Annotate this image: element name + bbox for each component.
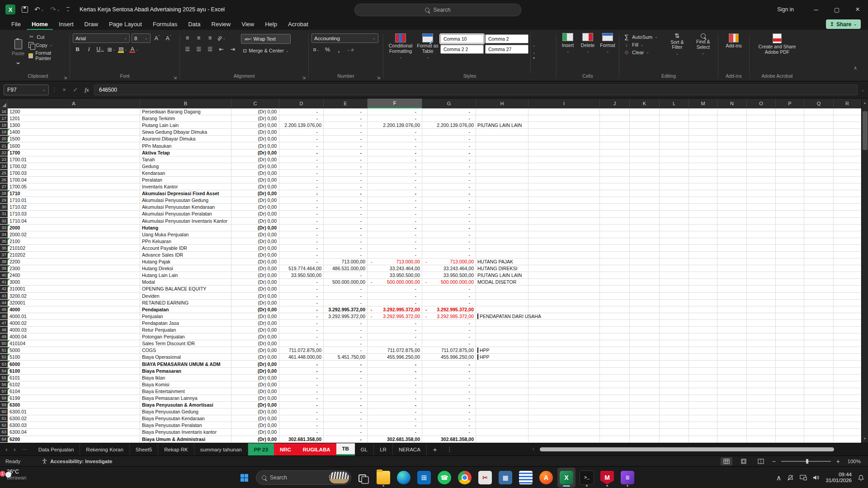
grid-cell[interactable]: [804, 395, 834, 401]
grid-cell[interactable]: [528, 375, 600, 381]
grid-cell[interactable]: -: [422, 422, 476, 428]
grid-cell[interactable]: -: [422, 388, 476, 394]
grid-cell[interactable]: 6300: [8, 402, 140, 408]
grid-cell[interactable]: -3.292.995.372,00: [422, 313, 476, 319]
grid-cell[interactable]: [660, 320, 689, 326]
grid-cell[interactable]: 1710.03: [8, 211, 140, 217]
grid-cell[interactable]: [776, 402, 804, 408]
grid-cell[interactable]: (Dr) 0,00: [231, 170, 279, 176]
grid-cell[interactable]: (Dr) 0,00: [231, 183, 279, 190]
grid-cell[interactable]: [476, 415, 528, 422]
grid-cell[interactable]: -: [422, 238, 476, 244]
grid-cell[interactable]: [630, 252, 660, 258]
grid-cell[interactable]: [689, 388, 717, 394]
grid-cell[interactable]: (Dr) 0,00: [231, 197, 279, 203]
grid-cell[interactable]: [804, 408, 834, 415]
grid-cell[interactable]: -: [324, 422, 368, 428]
grid-cell[interactable]: [747, 368, 776, 374]
grid-cell[interactable]: 455.996.250,00: [422, 354, 476, 360]
grid-cell[interactable]: [776, 320, 804, 326]
grid-cell[interactable]: [600, 265, 630, 272]
grid-cell[interactable]: -: [422, 293, 476, 299]
grid-cell[interactable]: [528, 395, 600, 401]
grid-cell[interactable]: [600, 115, 630, 122]
enter-icon[interactable]: ✓: [71, 86, 80, 93]
grid-cell[interactable]: [660, 136, 689, 142]
grid-cell[interactable]: -: [368, 327, 422, 333]
grid-cell[interactable]: [528, 245, 600, 251]
grid-cell[interactable]: Akumulasi Depresiasi Fixed Asset: [140, 190, 231, 197]
grid-cell[interactable]: [600, 300, 630, 306]
grid-cell[interactable]: -: [324, 238, 368, 244]
grid-cell[interactable]: [528, 327, 600, 333]
format-painter-button[interactable]: Format Painter: [27, 50, 67, 61]
grid-cell[interactable]: -500.000.000,00: [368, 279, 422, 285]
grid-cell[interactable]: (Dr) 0,00: [231, 408, 279, 415]
grid-cell[interactable]: [776, 183, 804, 190]
grid-cell[interactable]: [660, 422, 689, 428]
grid-cell[interactable]: -: [279, 320, 324, 326]
grid-cell[interactable]: [476, 381, 528, 388]
grid-cell[interactable]: -: [422, 142, 476, 149]
grid-cell[interactable]: [600, 252, 630, 258]
grid-cell[interactable]: -: [324, 286, 368, 292]
grid-cell[interactable]: [834, 142, 861, 149]
grid-cell[interactable]: -: [279, 279, 324, 285]
grid-cell[interactable]: (Dr) 0,00: [231, 238, 279, 244]
grid-cell[interactable]: [528, 170, 600, 176]
grid-cell[interactable]: [600, 429, 630, 435]
grid-cell[interactable]: [804, 293, 834, 299]
grid-cell[interactable]: -: [279, 422, 324, 428]
grid-cell[interactable]: [776, 408, 804, 415]
grid-cell[interactable]: 1200: [8, 108, 140, 115]
grid-cell[interactable]: (Dr) 0,00: [231, 218, 279, 224]
grid-cell[interactable]: [630, 183, 660, 190]
grid-cell[interactable]: [717, 333, 747, 340]
sheet-tab-data-penjualan[interactable]: Data Penjualan: [33, 443, 80, 455]
grid-cell[interactable]: [776, 197, 804, 203]
cell-style-comma-2[interactable]: Comma 2: [485, 34, 528, 43]
number-dialog-launcher-icon[interactable]: ⇲: [377, 75, 380, 80]
grid-cell[interactable]: [717, 340, 747, 347]
grid-cell[interactable]: [660, 395, 689, 401]
grid-cell[interactable]: Piutang Lain Lain: [140, 122, 231, 128]
grid-cell[interactable]: [630, 368, 660, 374]
grid-cell[interactable]: 302.681.358,00: [368, 436, 422, 442]
grid-cell[interactable]: Biaya Pemasaran Lainnya: [140, 395, 231, 401]
grid-cell[interactable]: Advance Sales IDR: [140, 252, 231, 258]
grid-cell[interactable]: [528, 231, 600, 238]
grid-cell[interactable]: -: [422, 170, 476, 176]
grid-cell[interactable]: (Dr) 0,00: [231, 122, 279, 128]
grid-cell[interactable]: [804, 340, 834, 347]
grid-cell[interactable]: -: [422, 395, 476, 401]
grid-cell[interactable]: [747, 395, 776, 401]
grid-cell[interactable]: [747, 402, 776, 408]
grid-cell[interactable]: -: [368, 388, 422, 394]
grid-cell[interactable]: [528, 136, 600, 142]
grid-cell[interactable]: [747, 122, 776, 128]
grid-cell[interactable]: PIUTANG LAIN LAIN: [476, 272, 528, 278]
grid-cell[interactable]: [660, 333, 689, 340]
grid-cell[interactable]: -: [279, 238, 324, 244]
grid-cell[interactable]: [804, 258, 834, 265]
grid-cell[interactable]: [776, 245, 804, 251]
grid-cell[interactable]: [630, 211, 660, 217]
grid-cell[interactable]: [776, 204, 804, 210]
grid-cell[interactable]: [476, 422, 528, 428]
grid-cell[interactable]: [689, 129, 717, 135]
menu-tab-review[interactable]: Review: [207, 19, 236, 30]
grid-cell[interactable]: [717, 245, 747, 251]
titlebar-search[interactable]: Search: [354, 4, 521, 16]
grid-cell[interactable]: -: [279, 258, 324, 265]
grid-cell[interactable]: [717, 320, 747, 326]
percent-style-button[interactable]: %: [323, 45, 332, 54]
grid-cell[interactable]: [776, 211, 804, 217]
page-layout-view-button[interactable]: [738, 457, 750, 465]
scroll-left-icon[interactable]: ‹: [533, 446, 534, 451]
grid-cell[interactable]: -: [422, 368, 476, 374]
taskbar-whatsapp[interactable]: ☎: [435, 468, 453, 488]
grid-cell[interactable]: [804, 204, 834, 210]
grid-cell[interactable]: [804, 211, 834, 217]
menu-tab-insert[interactable]: Insert: [54, 19, 79, 30]
taskbar-mcafee[interactable]: M: [598, 468, 616, 488]
